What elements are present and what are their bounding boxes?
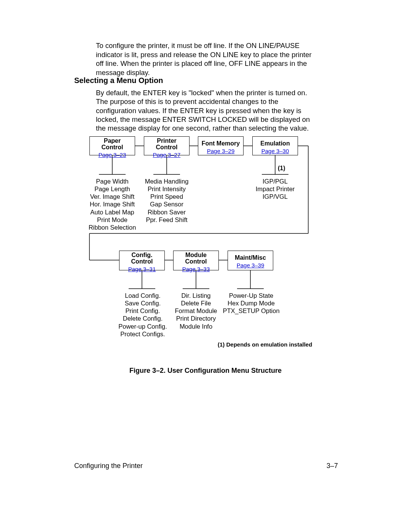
box-printer-control: Printer Control Page 3–27 — [144, 136, 190, 155]
page-link[interactable]: Page 3–31 — [119, 266, 164, 272]
box-maint-misc: Maint/Misc Page 3–39 — [228, 251, 273, 270]
box-paper-control: Paper Control Page 3–23 — [89, 136, 135, 155]
intro-paragraph: To configure the printer, it must be off… — [96, 41, 320, 77]
sub-items-config: Load Config. Save Config. Print Config. … — [112, 292, 173, 338]
sub-items-module: Dir. Listing Delete File Format Module P… — [167, 292, 225, 330]
sub-items-emulation: IGP/PGL Impact Printer IGP/VGL — [247, 177, 304, 200]
figure-caption: Figure 3–2. User Configuration Menu Stru… — [0, 367, 411, 375]
footnote: (1) Depends on emulation installed — [218, 341, 312, 348]
note-ref: (1) — [278, 165, 285, 172]
sub-items-maint: Power-Up State Hex Dump Mode PTX_SETUP O… — [217, 292, 285, 315]
footer-page-number: 3–7 — [327, 462, 338, 470]
box-font-memory: Font Memory Page 3–29 — [198, 136, 244, 155]
page-link[interactable]: Page 3–39 — [228, 262, 273, 268]
box-config-control: Config. Control Page 3–31 — [119, 251, 165, 270]
box-title: Config. Control — [119, 252, 164, 265]
page-link[interactable]: Page 3–29 — [198, 148, 243, 154]
sub-items-printer: Media Handling Print Intensity Print Spe… — [140, 177, 193, 224]
page-link[interactable]: Page 3–23 — [90, 152, 135, 158]
box-module-control: Module Control Page 3–33 — [173, 251, 219, 270]
page-link[interactable]: Page 3–33 — [174, 266, 218, 272]
menu-structure-diagram: Paper Control Page 3–23 Printer Control … — [76, 136, 320, 357]
box-title: Font Memory — [198, 138, 243, 147]
box-title: Emulation — [253, 138, 298, 147]
page-link[interactable]: Page 3–30 — [253, 148, 298, 154]
footer-chapter: Configuring the Printer — [74, 462, 143, 470]
page-link[interactable]: Page 3–27 — [144, 152, 189, 158]
box-title: Printer Control — [144, 138, 189, 151]
body-paragraph: By default, the ENTER key is "locked" wh… — [96, 88, 320, 133]
box-title: Maint/Misc — [228, 252, 273, 261]
box-title: Paper Control — [90, 138, 135, 151]
sub-items-paper: Page Width Page Length Ver. Image Shift … — [76, 177, 148, 231]
section-heading: Selecting a Menu Option — [74, 76, 163, 85]
box-emulation: Emulation Page 3–30 — [252, 136, 298, 155]
box-title: Module Control — [174, 252, 218, 265]
